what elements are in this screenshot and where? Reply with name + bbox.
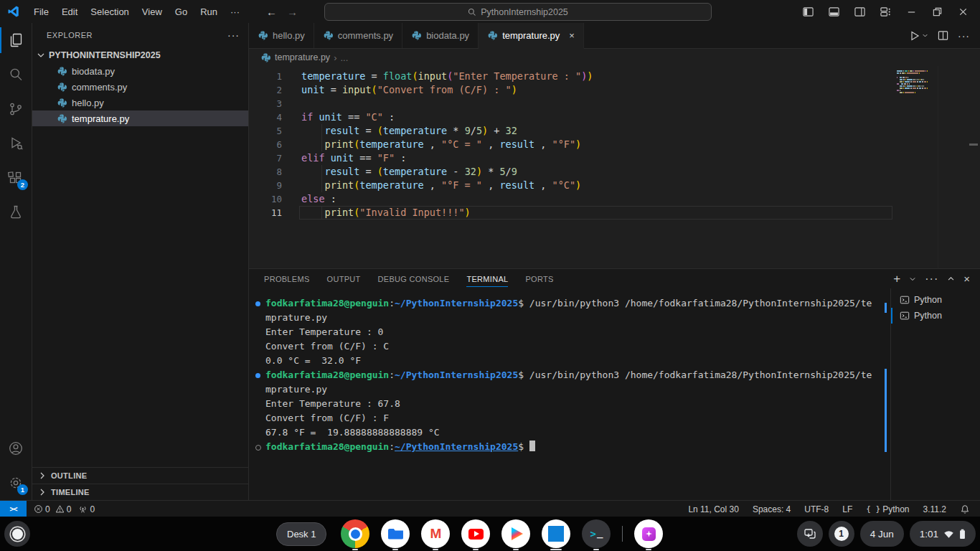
launcher-button-icon[interactable] bbox=[4, 521, 30, 547]
file-item-biodata.py[interactable]: biodata.py bbox=[32, 63, 248, 79]
python-interpreter[interactable]: 3.11.2 bbox=[923, 504, 946, 514]
youtube-app-icon[interactable] bbox=[461, 519, 490, 548]
code-line-4[interactable]: 4if unit == "C" : bbox=[249, 110, 980, 124]
panel-tab-output[interactable]: OUTPUT bbox=[327, 269, 361, 288]
split-editor-icon[interactable] bbox=[938, 30, 948, 41]
minimap[interactable] bbox=[897, 70, 928, 94]
account-icon[interactable] bbox=[0, 431, 32, 466]
forward-icon[interactable]: → bbox=[287, 6, 298, 18]
file-label: temprature.py bbox=[72, 113, 129, 124]
terminal-app-icon[interactable] bbox=[582, 519, 611, 548]
panel-tab-terminal[interactable]: TERMINAL bbox=[466, 269, 508, 288]
menu-run[interactable]: Run bbox=[194, 0, 224, 23]
line-text: temperature = float(input("Enter Tempera… bbox=[301, 70, 593, 83]
terminal-list-item[interactable]: Python bbox=[891, 292, 980, 308]
testing-icon[interactable] bbox=[0, 195, 32, 230]
search-sidebar-icon[interactable] bbox=[0, 57, 32, 92]
code-editor[interactable]: 1temperature = float(input("Enter Temper… bbox=[249, 66, 980, 268]
editor-more-actions-icon[interactable]: ··· bbox=[958, 30, 970, 42]
back-icon[interactable]: ← bbox=[266, 6, 277, 18]
explorer-more-actions-icon[interactable]: ··· bbox=[227, 29, 240, 41]
problems-status[interactable]: 0 0 bbox=[34, 504, 71, 514]
file-item-comments.py[interactable]: comments.py bbox=[32, 79, 248, 95]
tab-temprature.py[interactable]: temprature.py× bbox=[479, 23, 584, 49]
outline-section[interactable]: OUTLINE bbox=[32, 467, 248, 484]
breadcrumb[interactable]: temprature.py › ... bbox=[249, 49, 980, 66]
menu-edit[interactable]: Edit bbox=[55, 0, 84, 23]
code-line-10[interactable]: 10else : bbox=[249, 192, 980, 206]
chrome-app-icon[interactable] bbox=[341, 519, 369, 548]
ports-status[interactable]: 0 bbox=[78, 504, 95, 514]
code-line-6[interactable]: 6 print(temperature , "°C = " , result ,… bbox=[249, 138, 980, 151]
files-app-icon[interactable] bbox=[381, 519, 410, 548]
play-app-icon[interactable] bbox=[501, 519, 530, 548]
toggle-secondary-sidebar-icon[interactable] bbox=[854, 6, 865, 17]
folder-row[interactable]: PYTHONINTERNSHIP2025 bbox=[32, 47, 248, 63]
restore-icon[interactable] bbox=[932, 6, 943, 17]
notification-counter[interactable]: 1 bbox=[829, 521, 854, 547]
tab-hello.py[interactable]: hello.py bbox=[249, 23, 314, 48]
maximize-panel-icon[interactable] bbox=[947, 275, 955, 283]
close-window-icon[interactable] bbox=[958, 6, 969, 17]
menu-file[interactable]: File bbox=[27, 0, 55, 23]
toggle-panel-icon[interactable] bbox=[829, 6, 839, 17]
code-line-5[interactable]: 5 result = (temperature * 9/5) + 32 bbox=[249, 124, 980, 138]
code-line-11[interactable]: 11 print("Invalid Input!!!") bbox=[249, 206, 980, 220]
breadcrumb-tail[interactable]: ... bbox=[340, 52, 348, 63]
eol-sequence[interactable]: LF bbox=[842, 504, 852, 514]
gallery-app-icon[interactable] bbox=[634, 519, 663, 548]
terminal-output[interactable]: fodkarfatima28@penguin:~/PythonInternshi… bbox=[249, 288, 890, 500]
line-number: 1 bbox=[249, 70, 301, 83]
terminal-list-item[interactable]: Python bbox=[891, 308, 980, 324]
code-line-9[interactable]: 9 print(temperature , "°F = " , result ,… bbox=[249, 179, 980, 192]
date-button[interactable]: 4 Jun bbox=[860, 521, 904, 547]
tab-comments.py[interactable]: comments.py bbox=[314, 23, 402, 48]
menu-view[interactable]: View bbox=[136, 0, 169, 23]
code-line-1[interactable]: 1temperature = float(input("Enter Temper… bbox=[249, 70, 980, 83]
gmail-app-icon[interactable]: M bbox=[421, 519, 450, 548]
cursor-position[interactable]: Ln 11, Col 30 bbox=[688, 504, 739, 514]
encoding[interactable]: UTF-8 bbox=[804, 504, 829, 514]
code-line-2[interactable]: 2unit = input("Convert from (C/F) : ") bbox=[249, 83, 980, 97]
tab-biodata.py[interactable]: biodata.py bbox=[402, 23, 479, 48]
run-debug-icon[interactable] bbox=[0, 126, 32, 161]
terminal-gutter bbox=[253, 397, 265, 411]
status-area[interactable]: 1:01 bbox=[910, 521, 976, 547]
minimize-icon[interactable] bbox=[906, 6, 917, 17]
source-control-icon[interactable] bbox=[0, 92, 32, 126]
vscode-app-icon[interactable] bbox=[542, 519, 570, 548]
code-line-3[interactable]: 3 bbox=[249, 97, 980, 110]
panel-tab-debug-console[interactable]: DEBUG CONSOLE bbox=[378, 269, 450, 288]
python-file-icon bbox=[258, 30, 268, 41]
terminal-line: Convert from (C/F) : F bbox=[253, 411, 890, 425]
panel-tab-problems[interactable]: PROBLEMS bbox=[264, 269, 310, 288]
remote-indicator[interactable]: >< bbox=[0, 501, 27, 517]
close-tab-icon[interactable]: × bbox=[569, 30, 575, 41]
toggle-primary-sidebar-icon[interactable] bbox=[803, 6, 814, 17]
close-panel-icon[interactable]: × bbox=[963, 273, 970, 285]
panel-more-actions-icon[interactable]: ··· bbox=[925, 273, 938, 286]
menu-selection[interactable]: Selection bbox=[84, 0, 135, 23]
command-center-search[interactable]: PythonInternship2025 bbox=[324, 3, 712, 21]
extensions-icon[interactable]: 2 bbox=[0, 161, 32, 195]
settings-gear-icon[interactable]: 1 bbox=[0, 466, 32, 500]
code-line-8[interactable]: 8 result = (temperature - 32) * 5/9 bbox=[249, 165, 980, 179]
menu-go[interactable]: Go bbox=[169, 0, 194, 23]
explorer-icon[interactable] bbox=[0, 23, 32, 57]
desk-button[interactable]: Desk 1 bbox=[276, 522, 326, 546]
code-line-7[interactable]: 7elif unit == "F" : bbox=[249, 151, 980, 165]
breadcrumb-file[interactable]: temprature.py bbox=[275, 52, 330, 62]
run-python-button[interactable] bbox=[909, 30, 928, 42]
menu-[interactable]: ··· bbox=[224, 0, 246, 23]
customize-layout-icon[interactable] bbox=[880, 6, 891, 17]
new-terminal-icon[interactable]: + bbox=[893, 273, 900, 285]
language-mode[interactable]: { } Python bbox=[866, 504, 909, 514]
indentation[interactable]: Spaces: 4 bbox=[753, 504, 791, 514]
screen-capture-tray-icon[interactable] bbox=[797, 521, 823, 547]
notifications-bell-icon[interactable] bbox=[960, 504, 970, 514]
file-item-temprature.py[interactable]: temprature.py bbox=[32, 110, 248, 126]
timeline-section[interactable]: TIMELINE bbox=[32, 484, 248, 500]
panel-tab-ports[interactable]: PORTS bbox=[525, 269, 553, 288]
file-item-hello.py[interactable]: hello.py bbox=[32, 95, 248, 110]
terminal-dropdown-icon[interactable] bbox=[909, 276, 916, 283]
